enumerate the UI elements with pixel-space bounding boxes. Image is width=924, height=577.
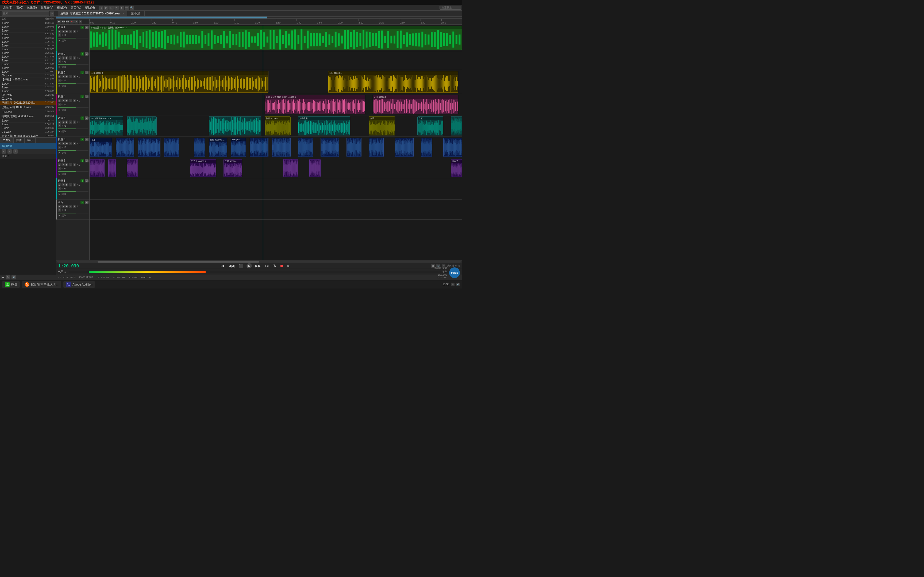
file-item[interactable]: 02 1.wav0:01.332	[0, 97, 56, 101]
clip-t6-c0[interactable]: 门口	[90, 138, 112, 157]
clip-t3-c1[interactable]: 元旧 40000 1	[328, 71, 459, 93]
file-item[interactable]: 1.wav0:00.211	[0, 122, 56, 126]
tc-m-5[interactable]: M	[85, 138, 89, 141]
file-item[interactable]: 4.wav0:07.778	[0, 86, 56, 89]
tc-m-1[interactable]: M	[85, 52, 89, 56]
tc-input-8[interactable]: ⏮	[58, 205, 61, 208]
clip-t5-c3[interactable]: 总音 40000 1	[265, 116, 291, 135]
tc-fx-4[interactable]: ≋	[58, 124, 61, 127]
clip-t6-c12[interactable]	[369, 138, 384, 157]
file-item[interactable]: 免费下载: 叠纸网 48000 1.wav0:00.966	[0, 134, 56, 137]
left-audio[interactable]: 🔊	[11, 275, 16, 279]
tc-expand-6[interactable]: ▶ 提取	[58, 172, 89, 176]
panel-menu[interactable]: ≡	[50, 11, 54, 16]
toolbar-zoom[interactable]: 🔍	[130, 6, 134, 10]
file-item[interactable]: 1.wav0:00.008	[0, 89, 56, 93]
tc-solo-3[interactable]: ▶	[65, 99, 68, 102]
tc-s-6[interactable]: S	[81, 159, 84, 163]
ctrl-rewind[interactable]: ◀◀	[61, 20, 65, 24]
timeline-scrub[interactable]	[56, 16, 462, 19]
tc-s-0[interactable]: S	[81, 26, 84, 29]
tc-rec-6[interactable]: ⏭	[69, 163, 72, 166]
toolbar-cut[interactable]: ✂	[115, 6, 119, 10]
clip-t5-c4[interactable]: 立子电量	[298, 116, 350, 135]
clip-t7-c4[interactable]: 三间 40000...	[223, 159, 242, 177]
clip-t6-c13[interactable]	[395, 138, 414, 157]
tc-fader-8[interactable]	[58, 213, 89, 213]
file-item[interactable]: 已断已回调 48000 1.wav5:42.382	[0, 105, 56, 110]
tc-input-6[interactable]: ⏮	[58, 163, 61, 166]
tc-fader-1[interactable]	[58, 64, 89, 65]
tc-rec-4[interactable]: ⏭	[69, 121, 72, 124]
clip-t6-c8[interactable]	[272, 138, 291, 157]
tc-fader-2[interactable]	[58, 83, 89, 84]
clip-t6-c9[interactable]	[298, 138, 313, 157]
tc-fx-8[interactable]: ≋	[58, 208, 61, 211]
tc-rec-8[interactable]: ⏭	[69, 205, 72, 208]
tab-effects[interactable]: 媒体	[14, 138, 24, 143]
tc-fx-1[interactable]: ≋	[58, 60, 61, 63]
clip-t4-c0[interactable]: 场景（元声·推声·场景）40000 1	[265, 95, 365, 114]
menu-help[interactable]: 帮助(H)	[83, 5, 97, 10]
ctrl-zoom-in[interactable]: +	[74, 20, 78, 24]
tc-mute-6[interactable]: ◀	[61, 163, 65, 166]
tc-mute-3[interactable]: ◀	[61, 99, 65, 102]
file-item[interactable]: 1.wav0:05.799	[0, 40, 56, 44]
tc-s-2[interactable]: S	[81, 71, 84, 74]
btn-record[interactable]: ⏺	[279, 264, 283, 268]
tc-m-2[interactable]: M	[85, 71, 89, 74]
tc-rw-2[interactable]: ◈	[73, 75, 76, 78]
clip-t7-c0[interactable]	[90, 159, 105, 177]
tc-solo-2[interactable]: ▶	[65, 75, 68, 78]
tc-m-4[interactable]: M	[85, 116, 89, 120]
clip-t6-c15[interactable]	[443, 138, 462, 157]
clip-t7-c2[interactable]	[127, 159, 138, 177]
tc-s-8[interactable]: S	[81, 201, 84, 204]
menu-view[interactable]: 视图(V)	[55, 5, 68, 10]
ctrl-forward[interactable]: ▶▶	[66, 20, 69, 24]
tc-solo-6[interactable]: ▶	[65, 163, 68, 166]
tc-solo-1[interactable]: ▶	[65, 56, 68, 60]
clip-t6-c14[interactable]	[421, 138, 432, 157]
file-item[interactable]: 0.wav0:00.600	[0, 126, 56, 130]
tc-m-0[interactable]: M	[85, 26, 89, 29]
tc-fader-0[interactable]	[58, 38, 89, 39]
tc-m-8[interactable]: M	[85, 201, 89, 204]
clip-t5-c1[interactable]	[127, 116, 157, 135]
file-item[interactable]: 3.wav0:58.137	[0, 44, 56, 48]
clip-t1-c0[interactable]: 草稿志异（草稿）已裁切 摄像40000 1	[90, 26, 462, 50]
tc-rw-8[interactable]: ◈	[73, 205, 76, 208]
tc-rec-2[interactable]: ⏭	[69, 75, 72, 78]
tc-s-4[interactable]: S	[81, 116, 84, 120]
clip-t3-c0[interactable]: 元旧 40000 1	[90, 71, 268, 93]
tc-input-7[interactable]: ⏮	[58, 183, 61, 187]
taskbar-assistant[interactable]: 配 配音/有声书/配人工...	[22, 281, 61, 288]
tc-fx-6[interactable]: ≋	[58, 167, 61, 170]
tc-fader-5[interactable]	[58, 150, 89, 151]
tc-solo-4[interactable]: ▶	[65, 121, 68, 124]
scrollbar-track[interactable]	[57, 261, 461, 263]
tc-fx-0[interactable]: ≋	[58, 34, 61, 37]
file-item[interactable]: 1.wav1:27.849	[0, 82, 56, 86]
file-item[interactable]: 0.wav0:01.906	[0, 63, 56, 66]
tc-s-3[interactable]: S	[81, 95, 84, 98]
clip-t7-c3[interactable]: 甲气子 40000 1	[190, 159, 216, 177]
tc-expand-4[interactable]: ▶ 提取	[58, 130, 89, 133]
tc-solo-0[interactable]: ▶	[65, 30, 68, 33]
btn-play[interactable]: ▶	[247, 263, 252, 269]
clip-t5-c7[interactable]	[451, 116, 462, 135]
tc-mute-4[interactable]: ◀	[61, 121, 65, 124]
tc-input-3[interactable]: ⏮	[58, 99, 61, 102]
tab-editor[interactable]: 编辑器: 草稿三宝_20221125T204754.430264.sesx ✕	[58, 11, 127, 16]
btn-loop[interactable]: ↻	[272, 263, 278, 269]
tc-mute-0[interactable]: ◀	[61, 30, 65, 33]
clip-t6-c10[interactable]	[321, 138, 339, 157]
tc-solo-7[interactable]: ▶	[65, 183, 68, 187]
tc-fader-4[interactable]	[58, 129, 89, 129]
menu-effects[interactable]: 效果(S)	[26, 5, 39, 10]
menu-window[interactable]: 窗口(W)	[69, 5, 83, 10]
tc-mute-7[interactable]: ◀	[61, 183, 65, 187]
file-item[interactable]: 3.wav0:32.365	[0, 29, 56, 32]
tc-rec-0[interactable]: ⏭	[69, 30, 72, 33]
file-item[interactable]: 4.wav1:11.235	[0, 59, 56, 63]
